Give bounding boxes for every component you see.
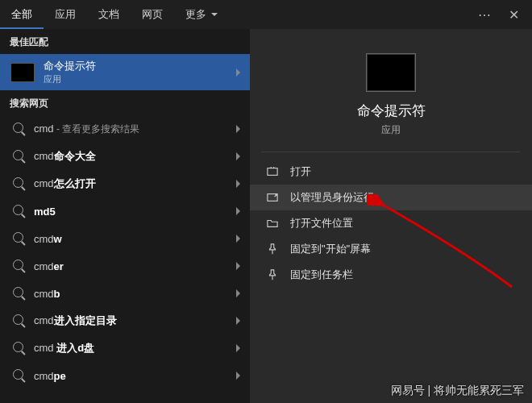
search-icon bbox=[13, 205, 23, 215]
pin-start-icon bbox=[266, 243, 279, 256]
shield-icon bbox=[266, 191, 279, 204]
chevron-right-icon bbox=[236, 180, 240, 188]
search-web-header: 搜索网页 bbox=[0, 90, 250, 115]
web-suggestion[interactable]: cmdb bbox=[0, 280, 250, 307]
best-match-header: 最佳匹配 bbox=[0, 29, 250, 54]
chevron-right-icon bbox=[236, 262, 240, 270]
search-icon bbox=[13, 287, 23, 297]
best-match-title: 命令提示符 bbox=[44, 59, 228, 73]
overflow-menu[interactable]: ⋯ bbox=[470, 7, 501, 23]
tab-all[interactable]: 全部 bbox=[0, 0, 44, 29]
tab-more[interactable]: 更多 bbox=[174, 0, 229, 29]
watermark: 网易号 | 将帅无能累死三军 bbox=[391, 384, 524, 398]
chevron-right-icon bbox=[236, 289, 240, 297]
chevron-right-icon bbox=[236, 125, 240, 133]
web-suggestion[interactable]: cmder bbox=[0, 252, 250, 280]
action-run-admin[interactable]: 以管理员身份运行 bbox=[250, 185, 532, 210]
search-icon bbox=[13, 232, 23, 243]
chevron-right-icon bbox=[236, 152, 240, 160]
chevron-right-icon bbox=[236, 235, 240, 243]
action-open[interactable]: 打开 bbox=[250, 159, 532, 185]
tab-more-label: 更多 bbox=[185, 0, 206, 29]
web-suggestion[interactable]: cmd 进入d盘 bbox=[0, 334, 250, 362]
tab-apps[interactable]: 应用 bbox=[44, 0, 87, 29]
chevron-right-icon bbox=[236, 344, 240, 352]
web-suggestion-text: cmder bbox=[34, 260, 228, 272]
cmd-icon bbox=[10, 63, 35, 82]
chevron-down-icon bbox=[211, 13, 218, 16]
svg-rect-0 bbox=[268, 168, 277, 176]
results-panel: 最佳匹配 命令提示符 应用 搜索网页 cmd - 查看更多搜索结果cmd命令大全… bbox=[0, 29, 250, 403]
detail-subtitle: 应用 bbox=[250, 123, 532, 137]
detail-title: 命令提示符 bbox=[250, 102, 532, 120]
close-button[interactable]: ✕ bbox=[501, 7, 527, 23]
detail-app-icon bbox=[366, 53, 416, 92]
open-icon bbox=[266, 165, 279, 178]
action-pin-taskbar-label: 固定到任务栏 bbox=[290, 268, 353, 282]
chevron-right-icon bbox=[236, 372, 240, 380]
web-suggestion-text: md5 bbox=[34, 206, 228, 218]
web-suggestion-text: cmd怎么打开 bbox=[34, 177, 228, 191]
web-suggestion[interactable]: md5 bbox=[0, 197, 250, 225]
web-suggestion[interactable]: cmdpe bbox=[0, 362, 250, 389]
best-match-subtitle: 应用 bbox=[44, 73, 228, 85]
action-pin-start-label: 固定到"开始"屏幕 bbox=[290, 242, 371, 256]
web-suggestion-text: cmd - 查看更多搜索结果 bbox=[34, 123, 228, 136]
web-suggestion-text: cmd进入指定目录 bbox=[34, 314, 228, 328]
folder-icon bbox=[266, 217, 279, 230]
action-open-label: 打开 bbox=[290, 164, 311, 179]
action-open-location-label: 打开文件位置 bbox=[290, 216, 353, 231]
filter-tabs: 全部 应用 文档 网页 更多 ⋯ ✕ bbox=[0, 0, 532, 29]
web-suggestion[interactable]: cmdw bbox=[0, 225, 250, 252]
web-suggestion[interactable]: cmd怎么打开 bbox=[0, 170, 250, 197]
search-icon bbox=[13, 177, 23, 188]
web-suggestion[interactable]: cmd - 查看更多搜索结果 bbox=[0, 115, 250, 143]
web-suggestion-text: cmdw bbox=[34, 233, 228, 245]
detail-panel: 命令提示符 应用 打开 以管理员身份运行 打开文件位置 bbox=[250, 29, 532, 403]
web-suggestion-text: cmd命令大全 bbox=[34, 149, 228, 164]
search-icon bbox=[13, 123, 23, 133]
web-suggestion[interactable]: cmd进入指定目录 bbox=[0, 307, 250, 334]
chevron-right-icon bbox=[236, 207, 240, 215]
search-icon bbox=[13, 342, 23, 352]
tab-web[interactable]: 网页 bbox=[131, 0, 174, 29]
pin-taskbar-icon bbox=[266, 268, 279, 281]
search-icon bbox=[13, 260, 23, 270]
action-open-location[interactable]: 打开文件位置 bbox=[250, 210, 532, 236]
best-match-item[interactable]: 命令提示符 应用 bbox=[0, 54, 250, 90]
tab-docs[interactable]: 文档 bbox=[87, 0, 131, 29]
action-pin-start[interactable]: 固定到"开始"屏幕 bbox=[250, 236, 532, 262]
search-icon bbox=[13, 150, 23, 160]
action-pin-taskbar[interactable]: 固定到任务栏 bbox=[250, 262, 532, 288]
action-run-admin-label: 以管理员身份运行 bbox=[290, 190, 374, 205]
search-icon bbox=[13, 314, 23, 325]
chevron-right-icon bbox=[236, 69, 240, 77]
web-suggestion-text: cmdpe bbox=[34, 370, 228, 382]
web-suggestion-text: cmdb bbox=[34, 288, 228, 300]
chevron-right-icon bbox=[236, 317, 240, 325]
web-suggestion[interactable]: cmd命令大全 bbox=[0, 143, 250, 170]
search-icon bbox=[13, 369, 23, 380]
web-suggestion-text: cmd 进入d盘 bbox=[34, 341, 228, 355]
